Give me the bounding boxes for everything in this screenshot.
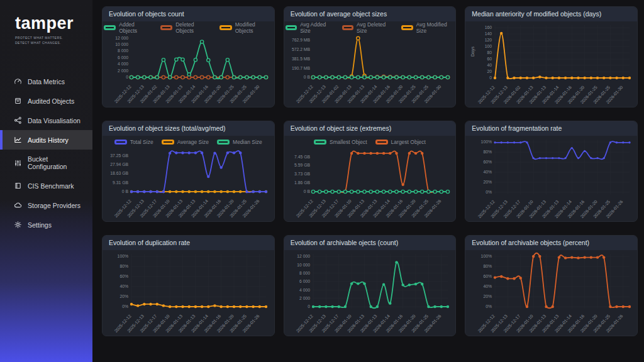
svg-text:0 B: 0 B — [304, 75, 311, 79]
chart-6-plot: 100%80%60%40%20%0%2025-12-122025-12-1320… — [105, 251, 271, 336]
svg-text:762.9 MB: 762.9 MB — [292, 38, 311, 42]
svg-text:0 B: 0 B — [122, 189, 129, 194]
chart-card-median-anteriority: Median anteriority of modified objects (… — [465, 6, 638, 107]
svg-text:100: 100 — [484, 44, 492, 48]
charts-grid: Evolution of objects count Added Objects… — [92, 0, 644, 362]
svg-text:60%: 60% — [120, 274, 129, 278]
svg-text:20: 20 — [487, 69, 492, 74]
chart-area: 100%80%60%40%20%0%2025-12-122025-12-1320… — [103, 250, 274, 336]
sidebar-item-cis-benchmark[interactable]: CIS Benchmark — [0, 176, 92, 195]
legend-item[interactable]: Median Size — [217, 139, 262, 145]
chart-legend: Avg Added SizeAvg Deleted SizeAvg Modifi… — [286, 22, 455, 33]
svg-text:120: 120 — [484, 38, 492, 42]
chart-legend: Total SizeAverage SizeMedian Size — [104, 136, 273, 147]
svg-text:0: 0 — [489, 75, 492, 80]
svg-text:140: 140 — [484, 31, 492, 36]
legend-swatch-icon — [160, 25, 172, 30]
chart-3-plot: 37.25 GB27.94 GB18.63 GB9.31 GB0 B2025-1… — [105, 147, 271, 221]
legend-label: Modified Objects — [235, 21, 273, 34]
book-icon — [14, 182, 22, 190]
chart-area: 12 00010 0008 0006 0004 0002 00002025-12… — [284, 250, 456, 336]
legend-label: Average Size — [177, 139, 209, 145]
sidebar-item-data-visualisation[interactable]: Data Visualisation — [0, 111, 92, 130]
sidebar-item-audits-history[interactable]: Audits History — [0, 130, 92, 150]
chart-card-object-sizes-total-avg-med: Evolution of object sizes (total/avg/med… — [102, 121, 275, 222]
sidebar-item-label: Data Metrics — [28, 78, 65, 85]
legend-item[interactable]: Avg Added Size — [286, 21, 334, 34]
legend-item[interactable]: Deleted Objects — [160, 21, 211, 34]
sidebar-item-storage-providers[interactable]: Storage Providers — [0, 195, 92, 215]
chart-title: Evolution of objects count — [103, 7, 274, 21]
legend-swatch-icon — [104, 25, 116, 30]
chart-area: Smallest ObjectLargest Object7.45 GB5.59… — [284, 136, 456, 221]
legend-swatch-icon — [375, 140, 388, 145]
legend-item[interactable]: Avg Modified Size — [401, 21, 454, 34]
svg-text:8 000: 8 000 — [299, 271, 310, 275]
svg-text:0 B: 0 B — [304, 189, 311, 194]
sliders-icon — [14, 159, 22, 167]
chart-area: Total SizeAverage SizeMedian Size37.25 G… — [103, 136, 274, 221]
legend-label: Avg Added Size — [300, 21, 333, 34]
legend-swatch-icon — [314, 140, 326, 145]
sidebar-item-data-metrics[interactable]: Data Metrics — [0, 72, 92, 91]
chart-4-plot: 7.45 GB5.59 GB3.73 GB1.86 GB0 B2025-12-1… — [287, 147, 453, 221]
chart-title: Evolution of object size (extremes) — [284, 121, 456, 136]
legend-item[interactable]: Largest Object — [375, 139, 426, 145]
sidebar-item-label: CIS Benchmark — [28, 182, 74, 190]
svg-text:160: 160 — [484, 25, 492, 30]
chart-card-archivable-objects-percent: Evolution of archivable objects (percent… — [465, 235, 638, 336]
chart-card-duplication-rate: Evolution of duplication rate 100%80%60%… — [102, 235, 275, 336]
svg-text:5.59 GB: 5.59 GB — [294, 163, 310, 167]
legend-item[interactable]: Average Size — [162, 139, 209, 145]
svg-text:60%: 60% — [483, 274, 492, 278]
legend-item[interactable]: Added Objects — [104, 21, 152, 34]
chart-7-plot: 12 00010 0008 0006 0004 0002 00002025-12… — [287, 251, 453, 336]
svg-text:40%: 40% — [483, 170, 492, 174]
svg-text:100%: 100% — [118, 254, 128, 258]
sidebar-item-bucket-configuration[interactable]: Bucket Configuration — [0, 150, 92, 176]
legend-item[interactable]: Modified Objects — [219, 21, 272, 34]
svg-text:6 000: 6 000 — [118, 55, 128, 60]
svg-text:12 000: 12 000 — [116, 36, 129, 40]
chart-title: Evolution of archivable ojects (count) — [284, 236, 456, 250]
sidebar-item-label: Storage Providers — [28, 202, 80, 209]
legend-label: Deleted Objects — [175, 21, 211, 34]
svg-text:80%: 80% — [120, 264, 129, 268]
chart-area: Added ObjectsDeleted ObjectsModified Obj… — [103, 21, 274, 107]
legend-swatch-icon — [162, 140, 174, 145]
legend-item[interactable]: Avg Deleted Size — [342, 21, 394, 34]
chart-legend: Added ObjectsDeleted ObjectsModified Obj… — [104, 22, 273, 33]
chart-title: Evolution of fragmentation rate — [465, 121, 637, 136]
sidebar-item-label: Bucket Configuration — [28, 155, 87, 170]
legend-label: Avg Deleted Size — [357, 21, 393, 34]
legend-item[interactable]: Total Size — [114, 139, 153, 145]
legend-swatch-icon — [217, 140, 230, 145]
chart-area: 160140120100806040200Days2025-12-122025-… — [465, 21, 637, 107]
svg-text:4 000: 4 000 — [299, 288, 310, 292]
legend-item[interactable]: Smallest Object — [314, 139, 367, 145]
chart-card-archivable-objects-count: Evolution of archivable ojects (count) 1… — [284, 235, 457, 336]
chart-8-plot: 100%80%60%40%20%0%2025-12-122025-12-1320… — [469, 251, 635, 336]
svg-text:1.86 GB: 1.86 GB — [294, 180, 310, 185]
chart-card-average-object-sizes: Evolution of average object sizes Avg Ad… — [284, 6, 457, 107]
chart-area: 100%80%60%40%20%0%2025-12-122025-12-1320… — [465, 250, 637, 336]
svg-text:2 000: 2 000 — [299, 296, 310, 300]
svg-text:190.7 MB: 190.7 MB — [292, 66, 311, 70]
svg-text:0%: 0% — [486, 190, 492, 194]
svg-text:8 000: 8 000 — [118, 48, 128, 53]
share-nodes-icon — [14, 116, 22, 124]
chart-card-object-size-extremes: Evolution of object size (extremes) Smal… — [284, 121, 457, 222]
svg-text:20%: 20% — [120, 294, 129, 299]
chart-area: Avg Added SizeAvg Deleted SizeAvg Modifi… — [284, 21, 456, 107]
svg-text:100%: 100% — [480, 140, 491, 144]
brand: tamper PROTECT WHAT MATTERS. DETECT WHAT… — [0, 0, 92, 45]
brand-tagline: PROTECT WHAT MATTERS. DETECT WHAT CHANGE… — [15, 35, 92, 45]
legend-label: Smallest Object — [330, 139, 367, 145]
sidebar-item-label: Data Visualisation — [28, 117, 80, 124]
sidebar-item-settings[interactable]: Settings — [0, 215, 92, 234]
sidebar-item-audited-objects[interactable]: Audited Objects — [0, 91, 92, 111]
svg-text:37.25 GB: 37.25 GB — [111, 153, 129, 158]
svg-text:Days: Days — [470, 47, 475, 57]
svg-text:12 000: 12 000 — [297, 254, 310, 258]
chart-title: Evolution of object sizes (total/avg/med… — [103, 121, 274, 136]
